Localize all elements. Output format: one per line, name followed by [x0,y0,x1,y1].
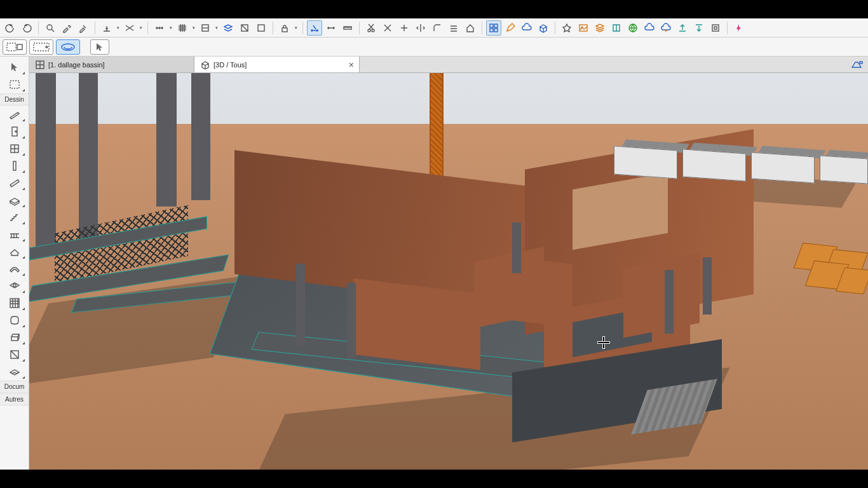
book-button[interactable] [609,20,624,36]
favorite-button[interactable] [559,20,574,36]
dropdown-icon[interactable]: ▾ [116,25,121,30]
navigator-button[interactable] [850,58,864,71]
dropdown-icon[interactable]: ▾ [294,25,299,30]
inject-button[interactable] [76,20,91,36]
zone-tool-button[interactable] [3,346,26,363]
svg-rect-4 [282,28,287,32]
column-tool-button[interactable] [3,158,26,174]
dropdown-icon[interactable]: ▾ [168,25,173,30]
column [665,270,674,334]
layer-button[interactable] [220,20,236,36]
dropdown-icon[interactable]: ▾ [191,25,196,30]
beam-tool-button[interactable] [3,175,26,191]
eyedropper-button[interactable] [59,20,74,36]
marquee-mode-2-button[interactable] [29,39,53,55]
arrow-select-button[interactable] [90,39,109,55]
redo-button[interactable] [19,20,34,36]
svg-rect-16 [714,27,717,29]
zoom-button[interactable] [43,20,58,36]
shell-tool-button[interactable] [3,261,26,277]
cloud-sync-button[interactable] [658,20,674,36]
marquee-mode-1-button[interactable] [3,39,27,55]
svg-rect-17 [7,43,16,51]
site-trailer [614,146,677,179]
dropdown-icon[interactable]: ▾ [139,25,144,30]
stack-button[interactable] [592,20,607,36]
svg-point-7 [372,29,374,32]
publish-up-button[interactable] [675,20,690,36]
edit-button[interactable] [503,20,518,36]
svg-rect-3 [258,25,264,31]
marquee-mode-3-button[interactable] [56,39,80,55]
globe-button[interactable] [625,20,641,36]
wall-snap-button[interactable] [198,20,213,36]
svg-rect-28 [11,337,18,341]
box-3d-button[interactable] [536,20,551,36]
marquee-tool-button[interactable] [3,76,26,93]
arrow-tool-button[interactable] [3,59,26,76]
trim-button[interactable] [380,20,395,36]
fillet-button[interactable] [430,20,445,36]
brick-partition [623,253,700,337]
window-tool-button[interactable] [3,140,26,157]
site-trailer [820,155,868,184]
constraint-perp-button[interactable] [99,20,114,36]
svg-point-0 [47,25,52,30]
svg-rect-18 [17,44,22,50]
ruler-button[interactable] [340,20,355,36]
cut-button[interactable] [363,20,379,36]
home-button[interactable] [463,20,478,36]
offset-button[interactable] [446,20,461,36]
lock-button[interactable] [277,20,292,36]
main-toolbar: ▾ ▾ ▾ ▾ ▾ ▾ [0,18,868,37]
svg-rect-25 [13,161,16,170]
column [191,73,210,200]
railing-tool-button[interactable] [3,226,26,243]
svg-point-6 [368,29,370,32]
dropdown-icon[interactable]: ▾ [214,25,219,30]
energy-button[interactable] [731,20,747,36]
dimension-auto-button[interactable] [307,20,322,36]
stair-tool-button[interactable] [3,209,26,226]
photo-render-button[interactable] [576,20,591,36]
site-trailer [682,149,746,182]
curtain-wall-tool-button[interactable] [3,295,26,311]
slab-tool-button[interactable] [3,192,26,208]
cloud-up-button[interactable] [519,20,534,36]
dimension-button[interactable] [323,20,339,36]
door-tool-button[interactable] [3,123,26,140]
secondary-toolbar [0,37,868,57]
sky-background [29,73,868,124]
tab-plan-view[interactable]: [1. dallage bassin] [29,57,194,72]
measure-button[interactable] [152,20,167,36]
svg-rect-31 [860,62,862,64]
publish-down-button[interactable] [691,20,707,36]
select-group-button[interactable] [486,20,501,36]
object-tool-button[interactable] [3,329,26,346]
svg-rect-11 [494,29,498,32]
roof-tool-button[interactable] [3,243,26,260]
adjust-button[interactable] [397,20,412,36]
view-tab-bar: [1. dallage bassin] [3D / Tous] × [0,57,868,73]
mesh-tool-button[interactable] [3,363,26,380]
constraint-intersect-button[interactable] [122,20,137,36]
wall-tool-button[interactable] [3,106,26,123]
cloud-button[interactable] [642,20,657,36]
close-icon[interactable]: × [349,60,354,70]
component-button[interactable] [708,20,723,36]
crane-mast [430,73,444,181]
trace-button[interactable] [254,20,269,36]
3d-viewport[interactable] [29,73,868,470]
svg-point-23 [15,131,17,132]
morph-tool-button[interactable] [3,312,26,329]
grid-button[interactable] [175,20,190,36]
section-button[interactable] [237,20,252,36]
undo-button[interactable] [3,20,18,36]
svg-rect-8 [490,24,493,27]
tab-3d-view[interactable]: [3D / Tous] × [194,57,360,72]
split-button[interactable] [413,20,428,36]
svg-rect-9 [494,24,498,27]
toolbox-section-other: Autres [0,393,29,405]
site-trailer [751,152,815,184]
skylight-tool-button[interactable] [3,278,26,294]
